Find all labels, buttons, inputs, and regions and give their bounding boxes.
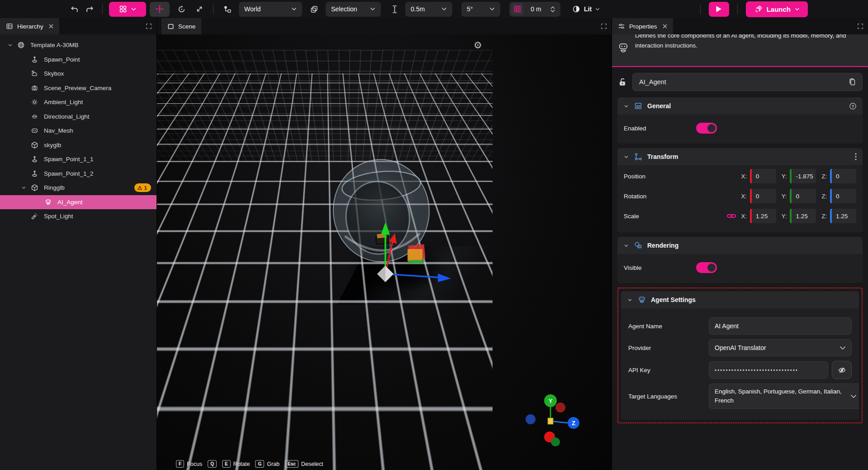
close-icon[interactable] — [49, 24, 53, 29]
properties-sliders-icon — [618, 23, 625, 30]
scale-z-input[interactable]: 1.25 — [830, 209, 856, 223]
tree-item[interactable]: Skybox — [0, 67, 157, 81]
shading-mode-select[interactable]: Lit — [569, 2, 602, 17]
position-x-input[interactable]: 0 — [750, 169, 776, 183]
overlap-squares-icon[interactable] — [308, 3, 320, 15]
section-general-header[interactable]: General ? — [617, 97, 863, 115]
rotation-z-input[interactable]: 0 — [830, 189, 856, 203]
tree-item[interactable]: Template A-30MB — [0, 38, 157, 53]
coordinate-space-select[interactable]: World — [239, 2, 302, 17]
tree-item[interactable]: skyglb — [0, 138, 157, 153]
move-arrows-icon — [155, 5, 164, 14]
item-icon — [31, 212, 39, 221]
tree-item[interactable]: Ambient_Light — [0, 95, 157, 110]
rotation-y-input[interactable]: 0 — [790, 189, 816, 203]
height-stepper-arrows[interactable] — [550, 6, 555, 12]
chevron-down-icon[interactable] — [623, 103, 629, 109]
shortcut-hint: Esc Deselect — [285, 460, 323, 468]
move-snap-select[interactable]: 0.5m — [405, 2, 452, 17]
chevron-down-icon[interactable] — [627, 297, 633, 303]
position-z-input[interactable]: 0 — [830, 169, 856, 183]
warning-badge[interactable]: 1 — [134, 183, 151, 192]
item-label: Directional_Light — [44, 113, 90, 120]
section-agent-settings-header[interactable]: Agent Settings — [621, 291, 859, 308]
item-icon — [17, 41, 25, 49]
item-label: Skybox — [44, 70, 64, 77]
redo-button[interactable] — [83, 3, 96, 15]
tree-item[interactable]: Spawn_Point — [0, 53, 157, 67]
entity-name-field[interactable]: AI_Agent — [632, 73, 863, 91]
scale-tool-button[interactable] — [193, 3, 206, 15]
translate-gizmo[interactable] — [324, 206, 460, 324]
tree-item[interactable]: Directional_Light — [0, 110, 157, 124]
rotate-snap-select[interactable]: 5° — [461, 2, 500, 17]
asset-library-button[interactable] — [109, 2, 146, 17]
position-y-input[interactable]: -1.875 — [790, 169, 816, 183]
scene-expand-icon[interactable] — [596, 18, 612, 34]
rotation-x-input[interactable]: 0 — [750, 189, 776, 203]
tree-item[interactable]: Spawn_Point_1_2 — [0, 167, 157, 181]
item-label: Template A-30MB — [30, 42, 79, 48]
help-icon[interactable]: ? — [849, 102, 857, 110]
pivot-parent-icon[interactable] — [221, 3, 233, 15]
reveal-api-key-button[interactable] — [832, 361, 852, 379]
move-tool-button[interactable] — [150, 2, 170, 17]
tab-properties[interactable]: Properties — [612, 18, 673, 34]
tree-item[interactable]: Spot_Light — [0, 209, 157, 224]
orientation-gizmo[interactable]: Y Z — [522, 391, 585, 455]
enabled-label: Enabled — [624, 125, 696, 132]
item-label: Spawn_Point_1_2 — [44, 170, 94, 177]
provider-select[interactable]: OpenAI Translator — [709, 339, 852, 356]
item-icon — [44, 198, 52, 206]
agent-name-input[interactable]: AI Agent — [709, 317, 852, 335]
shading-mode-value: Lit — [584, 5, 592, 13]
link-scale-icon[interactable] — [727, 213, 736, 219]
kebab-menu-icon[interactable] — [855, 153, 857, 160]
axis-x-label: X: — [741, 173, 747, 180]
tab-scene[interactable]: Scene — [161, 18, 201, 34]
scale-y-input[interactable]: 1.25 — [790, 209, 816, 223]
tree-item[interactable]: Scene_Preview_Camera — [0, 81, 157, 96]
viewport-3d[interactable]: Y Z ⚙ F Focus Q — [157, 34, 612, 470]
tree-item[interactable]: Spawn_Point_1_1 — [0, 152, 157, 167]
api-key-label: API Key — [628, 367, 709, 374]
chevron-down-icon[interactable] — [21, 185, 31, 191]
app-window: World Selection 0.5m 5° 0 m — [0, 0, 868, 470]
tab-hierarchy[interactable]: Hierarchy — [0, 18, 59, 34]
axis-center-cube — [548, 418, 553, 424]
selection-mode-select[interactable]: Selection — [326, 2, 381, 17]
tree-item[interactable]: Nav_Mesh — [0, 124, 157, 138]
scale-x-input[interactable]: 1.25 — [750, 209, 776, 223]
chevron-down-icon — [441, 7, 447, 11]
undo-button[interactable] — [68, 3, 81, 15]
grid-height-stepper[interactable]: 0 m — [509, 2, 560, 17]
section-general: General ? Enabled — [617, 97, 863, 144]
play-button[interactable] — [709, 2, 729, 17]
visible-toggle[interactable] — [696, 262, 717, 273]
properties-panel: Properties Defines the core components o… — [612, 18, 868, 470]
hierarchy-expand-icon[interactable] — [141, 18, 157, 34]
chevron-down-icon[interactable] — [7, 42, 17, 48]
grid-snap-icon[interactable] — [511, 3, 523, 15]
api-key-input[interactable]: •••••••••••••••••••••••••••••• — [709, 361, 828, 379]
chevron-down-icon[interactable] — [623, 243, 629, 249]
section-rendering-header[interactable]: Rendering — [617, 237, 863, 254]
section-transform-header[interactable]: Transform — [617, 148, 863, 165]
copy-icon[interactable] — [849, 78, 856, 86]
rotate-tool-button[interactable] — [175, 3, 188, 15]
launch-button[interactable]: Launch — [746, 1, 808, 17]
tree-item[interactable]: AI_Agent — [0, 195, 157, 210]
item-icon — [31, 98, 39, 106]
component-description: Defines the core components of an AI age… — [612, 34, 868, 67]
unlock-icon[interactable] — [617, 77, 627, 87]
chevron-down-icon[interactable] — [623, 154, 629, 160]
enabled-toggle[interactable] — [696, 123, 717, 134]
viewport-settings-gear-icon[interactable]: ⚙ — [474, 40, 482, 51]
tree-item[interactable]: Ringglb 1 — [0, 181, 157, 195]
properties-expand-icon[interactable] — [853, 18, 868, 34]
shortcut-label: Rotate — [233, 461, 250, 467]
target-languages-select[interactable]: English, Spanish, Portuguese, German, It… — [709, 384, 859, 409]
close-icon[interactable] — [663, 24, 667, 29]
chevron-down-icon — [291, 7, 297, 11]
height-measure-icon[interactable] — [388, 3, 401, 15]
